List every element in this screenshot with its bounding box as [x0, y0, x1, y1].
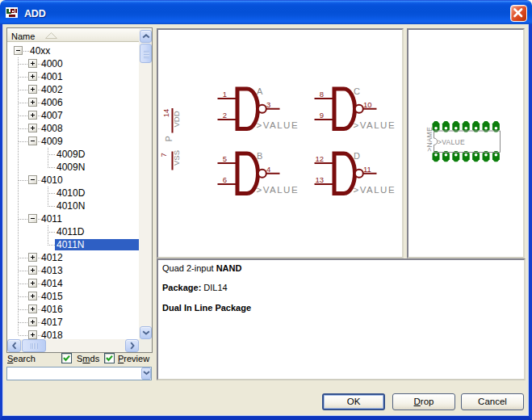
- svg-text:A: A: [257, 86, 263, 96]
- svg-text:12: 12: [315, 154, 324, 163]
- svg-text:>VALUE: >VALUE: [438, 138, 465, 146]
- svg-text:6: 6: [223, 175, 227, 184]
- svg-text:8: 8: [320, 90, 324, 99]
- svg-text:1: 1: [223, 90, 227, 99]
- svg-text:>VALUE: >VALUE: [257, 185, 300, 195]
- svg-text:P: P: [164, 136, 174, 141]
- svg-text:7: 7: [159, 153, 168, 157]
- svg-text:>NAME: >NAME: [425, 127, 434, 152]
- svg-text:C: C: [354, 86, 360, 96]
- svg-text:>VALUE: >VALUE: [257, 120, 300, 130]
- svg-text:14: 14: [161, 109, 170, 118]
- svg-text:11: 11: [363, 165, 371, 174]
- svg-text:2: 2: [223, 111, 227, 120]
- svg-text:13: 13: [315, 175, 324, 184]
- svg-text:9: 9: [320, 111, 324, 120]
- svg-text:10: 10: [363, 100, 372, 109]
- svg-text:B: B: [257, 151, 262, 161]
- svg-text:VDD: VDD: [172, 111, 181, 127]
- svg-text:3: 3: [266, 100, 270, 109]
- svg-text:5: 5: [223, 154, 227, 163]
- svg-text:VSS: VSS: [172, 150, 181, 166]
- svg-text:4: 4: [266, 165, 270, 174]
- svg-text:D: D: [354, 151, 360, 161]
- svg-text:>VALUE: >VALUE: [354, 185, 396, 195]
- svg-text:>VALUE: >VALUE: [354, 120, 396, 130]
